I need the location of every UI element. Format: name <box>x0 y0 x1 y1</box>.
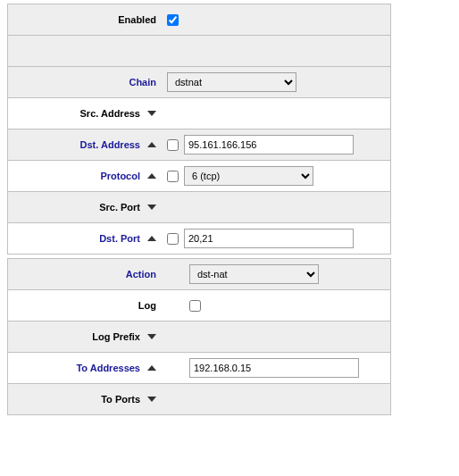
label-log-prefix: Log Prefix <box>92 331 140 342</box>
chain-select[interactable]: dstnat <box>167 72 296 92</box>
row-log: Log <box>8 289 390 321</box>
expand-icon[interactable] <box>147 205 156 210</box>
action-section: Action dst-nat Log Log Prefix To Address… <box>7 258 391 415</box>
row-to-addresses: To Addresses <box>8 352 390 383</box>
label-action[interactable]: Action <box>126 269 156 280</box>
row-src-port: Src. Port <box>8 191 390 222</box>
label-dst-address[interactable]: Dst. Address <box>80 139 140 150</box>
enabled-checkbox[interactable] <box>167 14 179 26</box>
action-select[interactable]: dst-nat <box>189 264 319 284</box>
label-log: Log <box>138 300 156 311</box>
general-section: Enabled Chain dstnat Src. Address Dst. A… <box>7 4 391 255</box>
row-action: Action dst-nat <box>8 259 390 289</box>
label-src-address: Src. Address <box>80 108 140 119</box>
expand-icon[interactable] <box>147 111 156 116</box>
row-dst-port: Dst. Port <box>8 222 390 254</box>
collapse-icon[interactable] <box>147 142 156 147</box>
protocol-select[interactable]: 6 (tcp) <box>184 166 313 186</box>
log-checkbox[interactable] <box>189 300 201 312</box>
row-chain: Chain dstnat <box>8 66 390 97</box>
label-src-port: Src. Port <box>99 202 140 213</box>
row-log-prefix: Log Prefix <box>8 321 390 352</box>
row-to-ports: To Ports <box>8 383 390 414</box>
dst-port-input[interactable] <box>184 229 354 248</box>
protocol-negate-checkbox[interactable] <box>167 171 179 182</box>
dst-address-input[interactable] <box>184 135 354 154</box>
row-src-address: Src. Address <box>8 97 390 129</box>
label-chain[interactable]: Chain <box>129 77 156 88</box>
row-enabled: Enabled <box>8 4 390 35</box>
expand-icon[interactable] <box>147 334 156 339</box>
dst-port-negate-checkbox[interactable] <box>167 233 179 245</box>
label-to-ports: To Ports <box>101 394 140 405</box>
expand-icon[interactable] <box>147 397 156 402</box>
label-protocol[interactable]: Protocol <box>100 171 140 181</box>
row-dst-address: Dst. Address <box>8 129 390 160</box>
to-addresses-input[interactable] <box>189 358 359 378</box>
label-dst-port[interactable]: Dst. Port <box>99 233 140 244</box>
label-enabled: Enabled <box>118 14 156 25</box>
blank-row <box>8 35 390 66</box>
dst-address-negate-checkbox[interactable] <box>167 139 179 151</box>
collapse-icon[interactable] <box>147 173 156 179</box>
row-protocol: Protocol 6 (tcp) <box>8 160 390 191</box>
collapse-icon[interactable] <box>147 365 156 371</box>
label-to-addresses[interactable]: To Addresses <box>76 363 140 373</box>
collapse-icon[interactable] <box>147 236 156 241</box>
